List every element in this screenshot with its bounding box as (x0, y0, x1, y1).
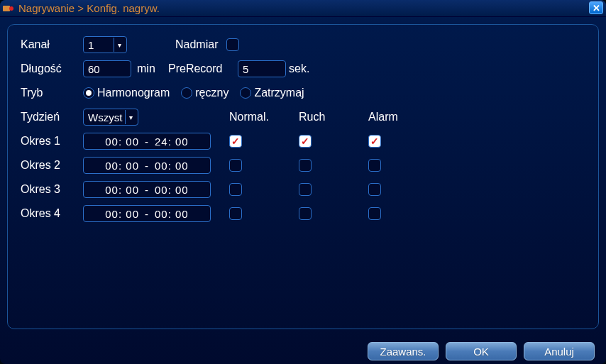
window-title: Nagrywanie > Konfig. nagryw. (18, 2, 160, 14)
label-prerecord: PreRecord (168, 62, 238, 75)
record-config-icon (3, 3, 14, 14)
checkbox-period-normal[interactable] (229, 183, 242, 196)
checkbox-period-motion[interactable] (299, 159, 312, 172)
period-label: Okres 2 (21, 159, 83, 172)
select-week[interactable]: Wszyst ▾ (83, 109, 138, 126)
time-from: 00: 00 (105, 208, 139, 220)
time-to: 24: 00 (155, 136, 189, 148)
window: Nagrywanie > Konfig. nagryw. ✕ Kanał 1 ▾… (0, 0, 606, 364)
label-mode-stop: Zatrzymaj (254, 87, 304, 99)
label-mode-manual: ręczny (195, 87, 228, 99)
advanced-button[interactable]: Zaawans. (368, 342, 439, 360)
footer-buttons: Zaawans. OK Anuluj (0, 336, 606, 360)
radio-stop[interactable] (240, 87, 251, 99)
label-channel: Kanał (21, 38, 83, 51)
radio-manual[interactable] (181, 87, 192, 99)
checkbox-period-alarm[interactable] (368, 207, 381, 220)
cancel-button[interactable]: Anuluj (524, 342, 595, 360)
dash: - (145, 184, 149, 196)
svg-rect-0 (3, 6, 10, 11)
label-sec: sek. (289, 62, 309, 75)
checkbox-period-normal[interactable] (229, 207, 242, 220)
label-length: Długość (21, 62, 83, 75)
checkbox-redundancy[interactable] (226, 38, 239, 51)
radio-schedule[interactable] (83, 87, 94, 99)
row-week-headers: Tydzień Wszyst ▾ Normal. Ruch Alarm (21, 109, 585, 126)
label-min: min (137, 62, 168, 75)
period-row-3: Okres 300: 00-00: 00 (21, 181, 585, 198)
checkbox-period-normal[interactable] (229, 159, 242, 172)
close-button[interactable]: ✕ (589, 1, 603, 14)
dash: - (145, 160, 149, 172)
titlebar: Nagrywanie > Konfig. nagryw. ✕ (0, 0, 606, 17)
label-mode: Tryb (21, 87, 83, 99)
input-length-value: 60 (88, 63, 100, 75)
period-row-2: Okres 200: 00-00: 00 (21, 157, 585, 174)
period-row-1: Okres 100: 00-24: 00 (21, 133, 585, 150)
period-label: Okres 1 (21, 135, 83, 148)
row-length: Długość 60 min PreRecord 5 sek. (21, 60, 585, 77)
time-to: 00: 00 (155, 208, 189, 220)
checkbox-period-motion[interactable] (299, 207, 312, 220)
content-panel: Kanał 1 ▾ Nadmiar Długość 60 min PreReco… (7, 24, 599, 329)
checkbox-period-alarm[interactable] (368, 159, 381, 172)
chevron-down-icon: ▾ (114, 38, 125, 52)
input-length[interactable]: 60 (83, 60, 131, 77)
time-to: 00: 00 (155, 184, 189, 196)
select-channel-value: 1 (88, 39, 94, 51)
label-week: Tydzień (21, 111, 83, 123)
select-week-value: Wszyst (88, 111, 122, 123)
period-time-range[interactable]: 00: 00-00: 00 (83, 205, 211, 222)
close-icon: ✕ (593, 4, 600, 13)
svg-point-1 (9, 6, 13, 11)
period-time-range[interactable]: 00: 00-24: 00 (83, 133, 211, 150)
time-from: 00: 00 (105, 184, 139, 196)
checkbox-period-alarm[interactable] (368, 183, 381, 196)
checkbox-period-motion[interactable] (299, 183, 312, 196)
label-redundancy: Nadmiar (175, 38, 218, 51)
checkbox-period-motion[interactable] (299, 135, 312, 148)
time-from: 00: 00 (105, 160, 139, 172)
row-channel: Kanał 1 ▾ Nadmiar (21, 36, 585, 53)
header-normal: Normal. (229, 111, 299, 123)
period-time-range[interactable]: 00: 00-00: 00 (83, 181, 211, 198)
checkbox-period-normal[interactable] (229, 135, 242, 148)
input-prerecord-value: 5 (243, 63, 248, 75)
dash: - (145, 208, 149, 220)
checkbox-period-alarm[interactable] (368, 135, 381, 148)
chevron-down-icon: ▾ (125, 110, 136, 124)
input-prerecord[interactable]: 5 (238, 60, 286, 77)
select-channel[interactable]: 1 ▾ (83, 36, 127, 53)
ok-button[interactable]: OK (446, 342, 517, 360)
period-time-range[interactable]: 00: 00-00: 00 (83, 157, 211, 174)
label-mode-schedule: Harmonogram (97, 87, 170, 99)
row-mode: Tryb Harmonogram ręczny Zatrzymaj (21, 84, 585, 101)
period-label: Okres 4 (21, 207, 83, 220)
dash: - (145, 136, 149, 148)
time-from: 00: 00 (105, 136, 139, 148)
header-alarm: Alarm (368, 111, 438, 123)
time-to: 00: 00 (155, 160, 189, 172)
period-row-4: Okres 400: 00-00: 00 (21, 205, 585, 222)
header-motion: Ruch (299, 111, 368, 123)
period-label: Okres 3 (21, 183, 83, 196)
